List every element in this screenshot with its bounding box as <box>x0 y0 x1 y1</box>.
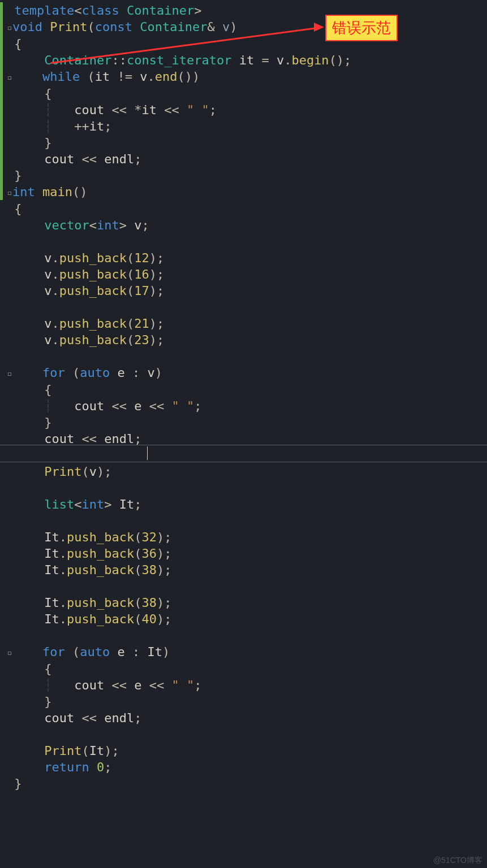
code-content[interactable]: template<class Container> ▫void Print(co… <box>7 0 351 792</box>
watermark: @51CTO博客 <box>433 856 482 866</box>
change-marker <box>0 2 3 200</box>
annotation-label: 错误示范 <box>325 15 398 41</box>
annotation-arrow-head <box>314 23 324 32</box>
code-editor[interactable]: template<class Container> ▫void Print(co… <box>0 0 487 868</box>
